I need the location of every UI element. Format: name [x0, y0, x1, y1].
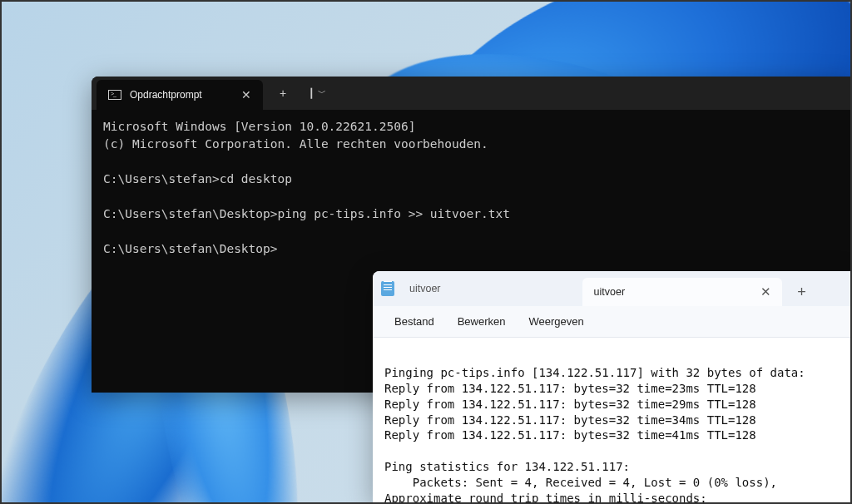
notepad-tab-label: uitvoer: [594, 286, 747, 298]
notepad-icon: [381, 281, 394, 296]
cmd-icon: [108, 90, 121, 100]
terminal-tab-title: Opdrachtprompt: [130, 89, 230, 101]
menu-edit[interactable]: Bewerken: [448, 310, 516, 333]
notepad-menubar: Bestand Bewerken Weergeven: [373, 306, 850, 338]
terminal-tab-controls: + ┃ ﹀: [263, 77, 329, 110]
terminal-titlebar[interactable]: Opdrachtprompt ✕ + ┃ ﹀: [92, 77, 850, 110]
tab-dropdown-button[interactable]: ﹀: [303, 80, 329, 106]
new-tab-button[interactable]: +: [270, 80, 296, 106]
notepad-tab-active[interactable]: uitvoer ✕: [582, 278, 782, 306]
notepad-title: uitvoer: [404, 283, 466, 294]
close-tab-button[interactable]: ✕: [238, 86, 255, 103]
menu-view[interactable]: Weergeven: [519, 310, 594, 333]
notepad-content[interactable]: Pinging pc-tips.info [134.122.51.117] wi…: [373, 338, 850, 502]
new-tab-button[interactable]: +: [787, 278, 817, 306]
close-tab-button[interactable]: ✕: [757, 283, 775, 301]
terminal-output[interactable]: Microsoft Windows [Version 10.0.22621.25…: [92, 110, 850, 266]
notepad-window: uitvoer uitvoer ✕ + Bestand Bewerken Wee…: [373, 271, 850, 502]
menu-file[interactable]: Bestand: [384, 310, 444, 333]
notepad-titlebar[interactable]: uitvoer uitvoer ✕ +: [373, 271, 850, 306]
terminal-tab[interactable]: Opdrachtprompt ✕: [97, 80, 263, 110]
